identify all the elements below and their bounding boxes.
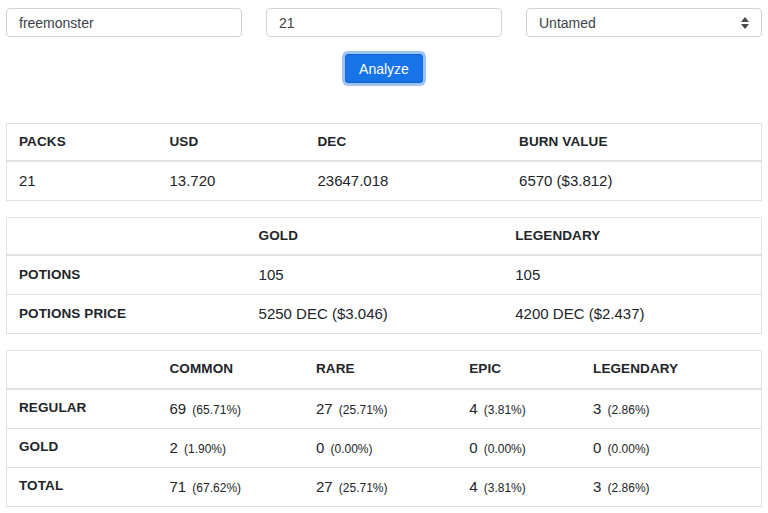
count-percent: (2.86%) — [608, 403, 650, 417]
count-value: 27 — [316, 400, 333, 417]
regular-epic-cell: 4 (3.81%) — [457, 389, 581, 429]
count-value: 4 — [469, 478, 477, 495]
rarity-header-row: COMMON RARE EPIC LEGENDARY — [7, 351, 762, 389]
gold-row: GOLD 2 (1.90%) 0 (0.00%) 0 (0.00%) 0 (0.… — [7, 428, 762, 467]
count-percent: (67.62%) — [192, 481, 241, 495]
player-name-field-wrap — [6, 8, 242, 37]
potions-legendary-cell: 105 — [503, 255, 761, 295]
dec-cell: 23647.018 — [305, 161, 507, 201]
edition-select[interactable]: Untamed — [526, 8, 762, 37]
total-rare-cell: 27 (25.71%) — [304, 467, 457, 506]
total-row: TOTAL 71 (67.62%) 27 (25.71%) 4 (3.81%) … — [7, 467, 762, 506]
total-common-cell: 71 (67.62%) — [158, 467, 304, 506]
count-percent: (0.00%) — [330, 442, 372, 456]
burn-value-header: BURN VALUE — [507, 124, 761, 162]
count-value: 2 — [170, 439, 178, 456]
packs-header-row: PACKS USD DEC BURN VALUE — [7, 124, 762, 162]
count-value: 69 — [170, 400, 187, 417]
usd-cell: 13.720 — [158, 161, 306, 201]
count-value: 3 — [593, 478, 601, 495]
total-legendary-cell: 3 (2.86%) — [581, 467, 761, 506]
gold-epic-cell: 0 (0.00%) — [457, 428, 581, 467]
burn-value-cell: 6570 ($3.812) — [507, 161, 761, 201]
button-row: Analyze — [6, 54, 762, 83]
count-value: 0 — [469, 439, 477, 456]
regular-row: REGULAR 69 (65.71%) 27 (25.71%) 4 (3.81%… — [7, 389, 762, 429]
packs-header: PACKS — [7, 124, 158, 162]
usd-header: USD — [158, 124, 306, 162]
total-row-label: TOTAL — [7, 467, 158, 506]
edition-select-wrap: Untamed — [526, 8, 762, 37]
potions-gold-cell: 105 — [247, 255, 504, 295]
total-epic-cell: 4 (3.81%) — [457, 467, 581, 506]
empty-header-cell — [7, 351, 158, 389]
analyzer-form: Untamed — [6, 8, 762, 37]
count-percent: (1.90%) — [184, 442, 226, 456]
count-percent: (2.86%) — [608, 481, 650, 495]
potions-price-gold-cell: 5250 DEC ($3.046) — [247, 295, 504, 334]
epic-header: EPIC — [457, 351, 581, 389]
common-header: COMMON — [158, 351, 304, 389]
dec-header: DEC — [305, 124, 507, 162]
count-value: 0 — [593, 439, 601, 456]
regular-rare-cell: 27 (25.71%) — [304, 389, 457, 429]
player-name-input[interactable] — [6, 8, 242, 37]
rare-header: RARE — [304, 351, 457, 389]
pack-analyzer-page: Untamed Analyze PACKS USD DEC BURN VALUE — [0, 0, 768, 507]
rarity-table: COMMON RARE EPIC LEGENDARY REGULAR 69 (6… — [6, 350, 762, 506]
gold-common-cell: 2 (1.90%) — [158, 428, 304, 467]
count-percent: (0.00%) — [484, 442, 526, 456]
regular-row-label: REGULAR — [7, 389, 158, 429]
potions-table: GOLD LEGENDARY POTIONS 105 105 POTIONS P… — [6, 217, 762, 334]
empty-header-cell — [7, 218, 247, 256]
count-percent: (65.71%) — [192, 403, 241, 417]
count-value: 3 — [593, 400, 601, 417]
count-value: 0 — [316, 439, 324, 456]
packs-data-row: 21 13.720 23647.018 6570 ($3.812) — [7, 161, 762, 201]
potions-price-row-label: POTIONS PRICE — [7, 295, 247, 334]
packs-count-field-wrap — [266, 8, 502, 37]
count-percent: (3.81%) — [484, 403, 526, 417]
gold-legendary-cell: 0 (0.00%) — [581, 428, 761, 467]
count-percent: (3.81%) — [484, 481, 526, 495]
potions-price-row: POTIONS PRICE 5250 DEC ($3.046) 4200 DEC… — [7, 295, 762, 334]
count-value: 4 — [469, 400, 477, 417]
packs-count-input[interactable] — [266, 8, 502, 37]
gold-header: GOLD — [247, 218, 504, 256]
regular-common-cell: 69 (65.71%) — [158, 389, 304, 429]
count-percent: (25.71%) — [339, 403, 388, 417]
count-value: 27 — [316, 478, 333, 495]
count-percent: (0.00%) — [608, 442, 650, 456]
packs-cell: 21 — [7, 161, 158, 201]
potions-row-label: POTIONS — [7, 255, 247, 295]
count-value: 71 — [170, 478, 187, 495]
potions-header-row: GOLD LEGENDARY — [7, 218, 762, 256]
potions-price-legendary-cell: 4200 DEC ($2.437) — [503, 295, 761, 334]
count-percent: (25.71%) — [339, 481, 388, 495]
gold-rare-cell: 0 (0.00%) — [304, 428, 457, 467]
legendary-header: LEGENDARY — [581, 351, 761, 389]
potions-row: POTIONS 105 105 — [7, 255, 762, 295]
legendary-header: LEGENDARY — [503, 218, 761, 256]
packs-summary-table: PACKS USD DEC BURN VALUE 21 13.720 23647… — [6, 123, 762, 201]
gold-row-label: GOLD — [7, 428, 158, 467]
analyze-button[interactable]: Analyze — [345, 54, 423, 83]
regular-legendary-cell: 3 (2.86%) — [581, 389, 761, 429]
